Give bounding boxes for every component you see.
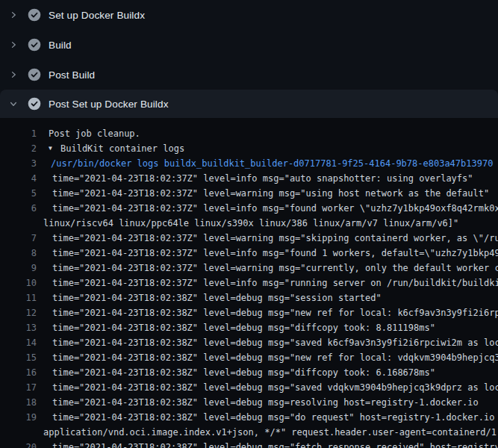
log-line-number[interactable]: 3 (0, 156, 37, 171)
log-line-number[interactable]: 7 (0, 231, 37, 246)
chevron-right-icon (7, 9, 19, 21)
log-line-text: time="2021-04-23T18:02:38Z" level=debug … (52, 410, 498, 425)
log-area: 1 Post job cleanup. 2 ▼ BuildKit contain… (0, 118, 498, 448)
log-line-number[interactable]: 9 (0, 261, 37, 276)
step-row-post-build[interactable]: Post Build (0, 60, 498, 90)
log-line-text: Post job cleanup. (49, 126, 140, 141)
log-line: 7 time="2021-04-23T18:02:37Z" level=warn… (0, 231, 498, 246)
chevron-down-icon (7, 98, 19, 110)
log-line-text: time="2021-04-23T18:02:37Z" level=info m… (52, 201, 498, 216)
log-line-text: linux/riscv64 linux/ppc64le linux/s390x … (43, 216, 458, 231)
log-line-number[interactable]: 8 (0, 246, 37, 261)
log-line: 13 time="2021-04-23T18:02:38Z" level=deb… (0, 320, 498, 335)
log-line-number[interactable]: 20 (0, 440, 37, 448)
log-line-text: time="2021-04-23T18:02:37Z" level=info m… (52, 171, 473, 186)
log-line: 9 time="2021-04-23T18:02:37Z" level=warn… (0, 261, 498, 276)
log-line-number[interactable]: 14 (0, 335, 37, 350)
log-line-number[interactable]: 6 (0, 201, 37, 216)
log-line-number[interactable]: 13 (0, 320, 37, 335)
log-line: linux/riscv64 linux/ppc64le linux/s390x … (0, 216, 498, 231)
log-line-number[interactable]: 10 (0, 276, 37, 290)
log-line-number[interactable]: 4 (0, 171, 37, 186)
log-line-number[interactable]: 18 (0, 395, 37, 410)
step-row-post-set-up-docker-buildx[interactable]: Post Set up Docker Buildx (0, 90, 498, 118)
log-line-number (0, 216, 37, 231)
log-line: 8 time="2021-04-23T18:02:37Z" level=info… (0, 246, 498, 261)
log-line: application/vnd.oci.image.index.v1+json,… (0, 425, 498, 440)
log-line-number[interactable]: 15 (0, 350, 37, 365)
step-list: Set up Docker Buildx Build (0, 0, 498, 118)
step-row-build[interactable]: Build (0, 30, 498, 60)
step-label: Post Build (49, 69, 95, 81)
step-label: Post Set up Docker Buildx (49, 99, 169, 110)
log-line-text: time="2021-04-23T18:02:37Z" level=warnin… (52, 231, 498, 246)
step-label: Set up Docker Buildx (49, 10, 145, 21)
log-line-text: time="2021-04-23T18:02:38Z" level=debug … (52, 335, 498, 350)
group-expanded-marker-icon: ▼ (49, 141, 57, 156)
chevron-right-icon (7, 69, 19, 81)
log-line-number[interactable]: 1 (0, 126, 37, 141)
log-line: 4 time="2021-04-23T18:02:37Z" level=info… (0, 171, 498, 186)
log-line-text: /usr/bin/docker logs buildx_buildkit_bui… (51, 156, 493, 171)
log-line-text: time="2021-04-23T18:02:38Z" level=debug … (52, 320, 435, 335)
log-line: 18 time="2021-04-23T18:02:38Z" level=deb… (0, 395, 498, 410)
log-line: 16 time="2021-04-23T18:02:38Z" level=deb… (0, 365, 498, 380)
log-line: 5 time="2021-04-23T18:02:37Z" level=warn… (0, 186, 498, 201)
chevron-right-icon (7, 39, 19, 51)
log-line: 19 time="2021-04-23T18:02:38Z" level=deb… (0, 410, 498, 425)
log-line: 3 /usr/bin/docker logs buildx_buildkit_b… (0, 156, 498, 171)
log-line: 1 Post job cleanup. (0, 126, 498, 141)
log-line-number[interactable]: 16 (0, 365, 37, 380)
log-line-text: time="2021-04-23T18:02:37Z" level=warnin… (52, 261, 498, 276)
log-group-label: BuildKit container logs (60, 141, 184, 156)
log-line-text: time="2021-04-23T18:02:37Z" level=info m… (52, 246, 498, 261)
step-row-set-up-docker-buildx[interactable]: Set up Docker Buildx (0, 0, 498, 30)
log-line-text: time="2021-04-23T18:02:38Z" level=debug … (52, 305, 498, 320)
log-line-text: time="2021-04-23T18:02:38Z" level=debug … (52, 350, 498, 365)
log-line: 17 time="2021-04-23T18:02:38Z" level=deb… (0, 380, 498, 395)
log-line: 14 time="2021-04-23T18:02:38Z" level=deb… (0, 335, 498, 350)
log-line-number[interactable]: 11 (0, 290, 37, 305)
log-line-number (0, 425, 37, 440)
log-line: 6 time="2021-04-23T18:02:37Z" level=info… (0, 201, 498, 216)
log-line-number[interactable]: 17 (0, 380, 37, 395)
check-circle-icon (28, 97, 41, 111)
log-line-text: time="2021-04-23T18:02:38Z" level=debug … (52, 440, 498, 448)
check-circle-icon (28, 38, 41, 52)
log-line-number[interactable]: 12 (0, 305, 37, 320)
log-line-text: time="2021-04-23T18:02:38Z" level=debug … (52, 290, 382, 305)
log-line-text: time="2021-04-23T18:02:38Z" level=debug … (52, 395, 479, 410)
log-line: 12 time="2021-04-23T18:02:38Z" level=deb… (0, 305, 498, 320)
log-line-text: time="2021-04-23T18:02:38Z" level=debug … (52, 380, 498, 395)
check-circle-icon (28, 8, 41, 22)
log-line-text: time="2021-04-23T18:02:37Z" level=info m… (52, 276, 498, 290)
log-line-number[interactable]: 5 (0, 186, 37, 201)
log-line-number[interactable]: 19 (0, 410, 37, 425)
log-line: 15 time="2021-04-23T18:02:38Z" level=deb… (0, 350, 498, 365)
log-line-number[interactable]: 2 (0, 141, 37, 156)
log-group-toggle[interactable]: 2 ▼ BuildKit container logs (0, 141, 498, 156)
log-line: 10 time="2021-04-23T18:02:37Z" level=inf… (0, 276, 498, 290)
log-line: 11 time="2021-04-23T18:02:38Z" level=deb… (0, 290, 498, 305)
log-line: 20 time="2021-04-23T18:02:38Z" level=deb… (0, 440, 498, 448)
check-circle-icon (28, 68, 41, 81)
log-line-text: application/vnd.oci.image.index.v1+json,… (43, 425, 498, 440)
step-label: Build (49, 40, 72, 51)
log-line-text: time="2021-04-23T18:02:38Z" level=debug … (52, 365, 435, 380)
log-line-text: time="2021-04-23T18:02:37Z" level=warnin… (52, 186, 489, 201)
